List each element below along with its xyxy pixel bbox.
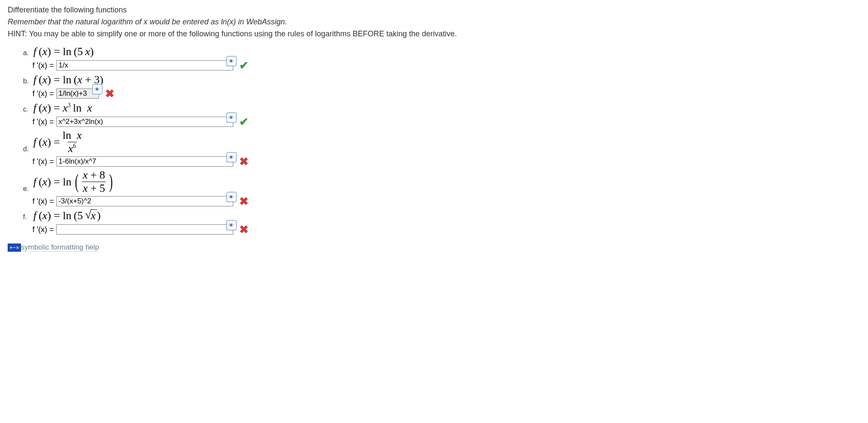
part-letter-d: d. — [23, 146, 32, 154]
fprime-label-d: f '(x) = — [32, 157, 54, 166]
answer-box-c: 👁 — [56, 117, 233, 127]
answer-box-e: 👁 — [56, 196, 233, 206]
function-e: f (x) = ln ( x + 8 x + 5 ) — [33, 170, 114, 194]
preview-icon[interactable]: 👁 — [226, 220, 237, 230]
part-letter-f: f. — [23, 214, 32, 222]
preview-icon[interactable]: 👁 — [226, 192, 237, 202]
cross-icon: ✖ — [105, 88, 114, 99]
preview-icon[interactable]: 👁 — [226, 112, 237, 123]
answer-row-c: f '(x) = 👁 ✔ — [32, 116, 860, 127]
fprime-label-a: f '(x) = — [32, 61, 54, 70]
instruction-line-3: HINT: You may be able to simplify one or… — [8, 28, 860, 39]
fprime-label-f: f '(x) = — [32, 225, 54, 234]
question-b: b. f (x) = ln (x + 3) — [23, 73, 860, 86]
question-f: f. f (x) = ln (5 √x ) — [23, 209, 860, 222]
answer-input-e[interactable] — [56, 196, 233, 206]
answer-box-d: 👁 — [56, 156, 233, 167]
answer-input-d[interactable] — [56, 156, 233, 167]
answer-box-a: 👁 — [56, 60, 233, 70]
function-f: f (x) = ln (5 √x ) — [33, 209, 101, 222]
preview-icon[interactable]: 👁 — [92, 84, 103, 94]
preview-icon[interactable]: 👁 — [226, 152, 237, 162]
check-icon: ✔ — [239, 60, 249, 71]
symbolic-help-link[interactable]: symbolic formatting help — [21, 243, 99, 252]
part-letter-a: a. — [23, 50, 32, 58]
question-e: e. f (x) = ln ( x + 8 x + 5 ) — [23, 170, 860, 194]
fprime-label-e: f '(x) = — [32, 197, 54, 206]
answer-input-a[interactable] — [56, 60, 233, 70]
answer-box-f: 👁 — [56, 224, 233, 235]
part-letter-b: b. — [23, 78, 32, 86]
question-c: c. f (x) = x3 ln x — [23, 102, 860, 115]
function-a: f (x) = ln (5 x) — [33, 45, 94, 58]
function-c: f (x) = x3 ln x — [33, 102, 92, 115]
answer-row-e: f '(x) = 👁 ✖ — [32, 196, 860, 207]
answer-box-b: 👁 — [56, 88, 99, 99]
cross-icon: ✖ — [239, 156, 249, 167]
fprime-label-c: f '(x) = — [32, 118, 54, 126]
instruction-line-1: Differentiate the following functions — [8, 4, 860, 15]
fprime-label-b: f '(x) = — [32, 89, 54, 98]
answer-row-f: f '(x) = 👁 ✖ — [32, 224, 860, 235]
answer-row-b: f '(x) = 👁 ✖ — [32, 88, 860, 99]
question-a: a. f (x) = ln (5 x) — [23, 45, 860, 58]
part-letter-e: e. — [23, 185, 32, 194]
cross-icon: ✖ — [239, 196, 249, 207]
symbolic-help: +−×symbolic formatting help — [8, 243, 860, 252]
instruction-line-2: Remember that the natural logarithm of x… — [8, 16, 860, 27]
answer-input-f[interactable] — [56, 224, 233, 235]
answer-row-d: f '(x) = 👁 ✖ — [32, 156, 860, 167]
answer-input-c[interactable] — [56, 117, 233, 127]
preview-icon[interactable]: 👁 — [226, 56, 237, 66]
check-icon: ✔ — [239, 116, 249, 127]
cross-icon: ✖ — [239, 224, 249, 235]
answer-row-a: f '(x) = 👁 ✔ — [32, 60, 860, 71]
function-d: f (x) = ln x x6 — [33, 130, 84, 154]
question-d: d. f (x) = ln x x6 — [23, 130, 860, 154]
part-letter-c: c. — [23, 106, 32, 115]
symbolic-badge-icon: +−× — [8, 244, 21, 252]
